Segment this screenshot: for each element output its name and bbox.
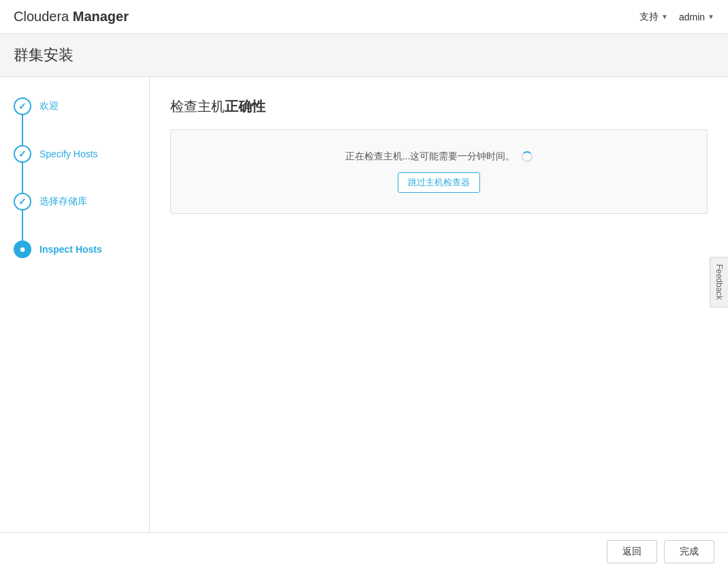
- step-circle-inspect-hosts: ●: [14, 240, 31, 258]
- admin-label: admin: [679, 12, 705, 22]
- support-menu[interactable]: 支持 ▼: [639, 11, 668, 23]
- brand: Cloudera Manager: [14, 9, 129, 25]
- footer: 返回 完成: [0, 532, 728, 564]
- brand-cloudera: Cloudera: [14, 9, 69, 24]
- loading-spinner: [522, 151, 533, 162]
- step-label-welcome: 欢迎: [39, 100, 59, 112]
- content-title-bold: 正确性: [225, 99, 266, 114]
- content-area: 检查主机正确性 正在检查主机...这可能需要一分钟时间。 跳过主机检查器: [150, 77, 728, 532]
- dot-icon-inspect-hosts: ●: [19, 243, 26, 255]
- check-panel: 正在检查主机...这可能需要一分钟时间。 跳过主机检查器: [170, 129, 708, 214]
- brand-manager: Manager: [73, 9, 129, 24]
- step-label-select-repo: 选择存储库: [39, 195, 87, 208]
- step-welcome: ✓ 欢迎: [0, 97, 149, 115]
- main-layout: ✓ 欢迎 ✓ Specify Hosts ✓ 选择存储库 ●: [0, 77, 728, 532]
- check-icon-welcome: ✓: [18, 101, 27, 112]
- step-specify-hosts: ✓ Specify Hosts: [0, 145, 149, 163]
- connector-2: [22, 163, 23, 193]
- page-title: 群集安装: [14, 45, 714, 65]
- back-button[interactable]: 返回: [607, 540, 657, 563]
- support-dropdown-icon: ▼: [661, 13, 668, 20]
- step-circle-welcome: ✓: [14, 97, 31, 115]
- connector-1: [22, 115, 23, 145]
- page-title-bar: 群集安装: [0, 34, 728, 77]
- check-icon-specify-hosts: ✓: [18, 148, 27, 159]
- admin-menu[interactable]: admin ▼: [679, 12, 714, 22]
- check-icon-select-repo: ✓: [18, 196, 27, 207]
- feedback-sidebar[interactable]: Feedback: [710, 257, 728, 308]
- support-label: 支持: [639, 11, 659, 23]
- check-status-text: 正在检查主机...这可能需要一分钟时间。: [345, 151, 516, 163]
- step-label-inspect-hosts: Inspect Hosts: [39, 244, 102, 255]
- finish-button[interactable]: 完成: [664, 540, 714, 563]
- check-status-row: 正在检查主机...这可能需要一分钟时间。: [345, 151, 533, 163]
- navbar-right: 支持 ▼ admin ▼: [639, 11, 714, 23]
- feedback-label[interactable]: Feedback: [710, 257, 728, 308]
- content-title: 检查主机正确性: [170, 97, 708, 116]
- connector-3: [22, 210, 23, 240]
- step-circle-select-repo: ✓: [14, 193, 31, 210]
- step-circle-specify-hosts: ✓: [14, 145, 31, 163]
- content-title-prefix: 检查主机: [170, 99, 225, 114]
- sidebar: ✓ 欢迎 ✓ Specify Hosts ✓ 选择存储库 ●: [0, 77, 150, 532]
- admin-dropdown-icon: ▼: [708, 13, 714, 20]
- skip-inspector-button[interactable]: 跳过主机检查器: [398, 172, 480, 193]
- step-inspect-hosts: ● Inspect Hosts: [0, 240, 149, 258]
- navbar: Cloudera Manager 支持 ▼ admin ▼: [0, 0, 728, 34]
- step-select-repo: ✓ 选择存储库: [0, 193, 149, 210]
- step-label-specify-hosts: Specify Hosts: [39, 148, 98, 159]
